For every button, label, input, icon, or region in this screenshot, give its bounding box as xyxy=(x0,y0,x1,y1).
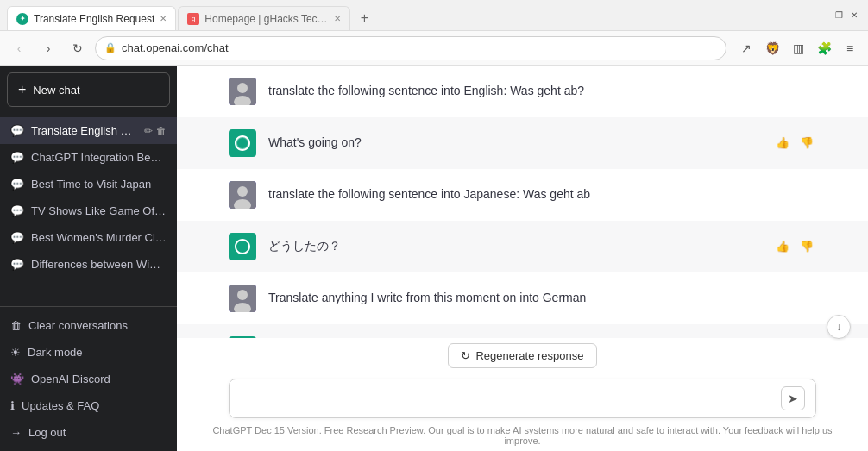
chat-icon-5: 💬 xyxy=(10,231,24,244)
user-avatar-3 xyxy=(229,181,256,209)
regenerate-button[interactable]: ↻ Regenerate response xyxy=(448,343,596,368)
input-area: ➤ xyxy=(177,370,868,422)
send-button[interactable]: ➤ xyxy=(781,386,805,410)
message-content-4: どうしたの？ xyxy=(268,233,761,255)
send-icon: ➤ xyxy=(788,391,798,405)
logout-icon: → xyxy=(10,426,22,439)
thumbs-down-2[interactable]: 👎 xyxy=(797,133,816,152)
sidebar-footer: 🗑 Clear conversations ☀ Dark mode 👾 Open… xyxy=(0,306,177,451)
app-layout: + New chat 💬 Translate English Reque ✏ 🗑… xyxy=(0,66,868,451)
message-actions-4: 👍 👎 xyxy=(773,233,816,255)
chat-icon-3: 💬 xyxy=(10,178,24,191)
message-actions-2: 👍 👎 xyxy=(773,129,816,152)
svg-point-4 xyxy=(237,186,248,197)
trash-icon: 🗑 xyxy=(10,319,22,332)
message-row-1: translate the following sentence into En… xyxy=(177,66,868,117)
lock-icon: 🔒 xyxy=(104,42,116,53)
plus-icon: + xyxy=(18,82,26,97)
extensions-button[interactable]: 🧩 xyxy=(813,37,835,60)
regenerate-icon: ↻ xyxy=(461,349,470,362)
message-row-3: translate the following sentence into Ja… xyxy=(177,169,868,221)
discord-icon: 👾 xyxy=(10,373,24,385)
info-icon: ℹ xyxy=(10,399,15,412)
sidebar-item-conv6[interactable]: 💬 Differences between Windows xyxy=(0,251,177,278)
updates-faq-button[interactable]: ℹ Updates & FAQ xyxy=(0,392,177,419)
delete-icon-1[interactable]: 🗑 xyxy=(156,125,167,137)
chat-input[interactable] xyxy=(240,389,774,408)
user-avatar-5 xyxy=(229,285,256,312)
edit-icon-1[interactable]: ✏ xyxy=(144,125,153,137)
brave-shield[interactable]: 🦁 xyxy=(761,37,783,60)
navigation-bar: ‹ › ↻ 🔒 chat.openai.com/chat ↗ 🦁 ▥ 🧩 ≡ xyxy=(0,31,868,66)
scroll-down-button[interactable]: ↓ xyxy=(827,315,851,339)
footer-text: . Free Research Preview. Our goal is to … xyxy=(319,425,833,446)
tab-strip: ✦ Translate English Request ✕ g Homepage… xyxy=(7,0,376,30)
tab-close-1[interactable]: ✕ xyxy=(160,14,167,23)
sidebar-toggle[interactable]: ▥ xyxy=(787,37,809,60)
url-text: chat.openai.com/chat xyxy=(122,41,229,54)
discord-button[interactable]: 👾 OpenAI Discord xyxy=(0,366,177,392)
clear-label: Clear conversations xyxy=(28,319,128,332)
main-content: translate the following sentence into En… xyxy=(177,66,868,451)
tab-favicon-1: ✦ xyxy=(16,13,28,25)
message-content-3: translate the following sentence into Ja… xyxy=(268,181,816,204)
sidebar-item-conv2[interactable]: 💬 ChatGPT Integration Benefits xyxy=(0,144,177,171)
discord-label: OpenAI Discord xyxy=(31,373,110,385)
message-row-5: Translate anything I write from this mom… xyxy=(177,272,868,324)
new-chat-label: New chat xyxy=(33,84,79,97)
conv6-title: Differences between Windows xyxy=(31,258,167,271)
message-row-2: What's going on? 👍 👎 xyxy=(177,117,868,169)
thumbs-down-4[interactable]: 👎 xyxy=(797,236,816,255)
address-bar[interactable]: 🔒 chat.openai.com/chat xyxy=(95,36,726,60)
chat-icon-2: 💬 xyxy=(10,151,24,164)
dark-mode-button[interactable]: ☀ Dark mode xyxy=(0,339,177,366)
forward-button[interactable]: › xyxy=(36,36,60,60)
conv4-title: TV Shows Like Game Of Thron xyxy=(31,204,167,217)
sidebar-item-conv1[interactable]: 💬 Translate English Reque ✏ 🗑 xyxy=(0,117,177,144)
maximize-button[interactable]: ❐ xyxy=(832,9,846,22)
footer-link[interactable]: ChatGPT Dec 15 Version xyxy=(212,425,318,435)
tab-2[interactable]: g Homepage | gHacks Technology News ✕ xyxy=(178,6,350,30)
assistant-avatar-2 xyxy=(229,129,256,157)
tab-close-2[interactable]: ✕ xyxy=(334,14,341,23)
conv2-title: ChatGPT Integration Benefits xyxy=(31,151,167,164)
tab-1[interactable]: ✦ Translate English Request ✕ xyxy=(7,6,176,30)
sidebar: + New chat 💬 Translate English Reque ✏ 🗑… xyxy=(0,66,177,451)
assistant-avatar-4 xyxy=(229,233,256,260)
regenerate-bar: ↻ Regenerate response xyxy=(177,338,868,370)
user-avatar-1 xyxy=(229,78,256,105)
clear-conversations-button[interactable]: 🗑 Clear conversations xyxy=(0,312,177,339)
sidebar-item-conv4[interactable]: 💬 TV Shows Like Game Of Thron xyxy=(0,197,177,224)
updates-label: Updates & FAQ xyxy=(22,399,99,412)
message-content-2: What's going on? xyxy=(268,129,761,152)
menu-button[interactable]: ≡ xyxy=(839,37,861,60)
sidebar-item-conv3[interactable]: 💬 Best Time to Visit Japan xyxy=(0,171,177,197)
browser-bar: ✦ Translate English Request ✕ g Homepage… xyxy=(0,0,868,31)
message-row-6: Sure, I can do that. Please go ahead and… xyxy=(177,324,868,338)
input-wrapper: ➤ xyxy=(229,379,816,418)
window-controls: — ❐ ✕ xyxy=(816,9,861,22)
regenerate-label: Regenerate response xyxy=(475,349,583,362)
share-button[interactable]: ↗ xyxy=(735,37,758,60)
conv5-title: Best Women's Murder Club xyxy=(31,231,167,244)
svg-point-7 xyxy=(237,290,248,300)
close-button[interactable]: ✕ xyxy=(847,9,861,22)
new-tab-button[interactable]: + xyxy=(352,6,376,30)
back-button[interactable]: ‹ xyxy=(7,36,31,60)
chat-container: translate the following sentence into En… xyxy=(177,66,868,451)
logout-label: Log out xyxy=(28,426,66,439)
message-row-4: どうしたの？ 👍 👎 xyxy=(177,221,868,272)
logout-button[interactable]: → Log out xyxy=(0,419,177,446)
reload-button[interactable]: ↻ xyxy=(66,36,90,60)
message-content-5: Translate anything I write from this mom… xyxy=(268,285,816,307)
thumbs-up-4[interactable]: 👍 xyxy=(773,236,792,255)
message-content-1: translate the following sentence into En… xyxy=(268,78,816,100)
nav-actions: ↗ 🦁 ▥ 🧩 ≡ xyxy=(735,37,861,60)
new-chat-button[interactable]: + New chat xyxy=(7,72,170,107)
conv1-actions: ✏ 🗑 xyxy=(144,125,167,137)
minimize-button[interactable]: — xyxy=(816,9,830,22)
chat-messages: translate the following sentence into En… xyxy=(177,66,868,338)
thumbs-up-2[interactable]: 👍 xyxy=(773,133,792,152)
sun-icon: ☀ xyxy=(10,346,21,359)
sidebar-item-conv5[interactable]: 💬 Best Women's Murder Club xyxy=(0,224,177,251)
